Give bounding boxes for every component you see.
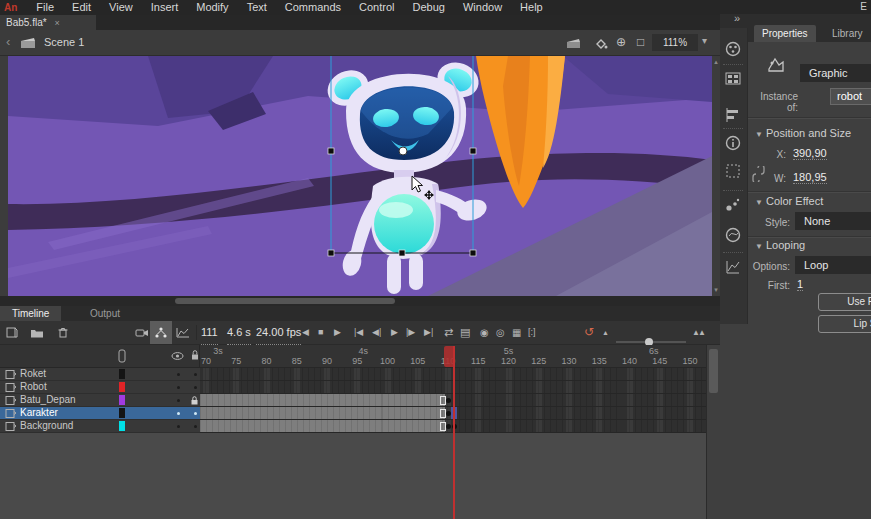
document-tab[interactable]: Bab5.fla* × [0, 15, 96, 30]
onion-skin-outline-icon[interactable]: ◎ [496, 321, 505, 344]
w-value[interactable]: 180,95 [793, 171, 827, 184]
tab-output[interactable]: Output [78, 306, 132, 321]
menu-edit[interactable]: Edit [63, 0, 100, 15]
transform-panel-icon[interactable] [724, 162, 742, 182]
handle-left[interactable] [328, 148, 334, 154]
layer-lock-icon[interactable] [190, 395, 199, 406]
goto-last-frame-icon[interactable]: ▶| [424, 321, 433, 344]
first-frame-value[interactable]: 1 [797, 278, 803, 291]
menu-view[interactable]: View [100, 0, 142, 15]
onion-skin-icon[interactable]: ◉ [480, 321, 489, 344]
timeline-vertical-scrollbar[interactable] [706, 345, 720, 519]
looping-header[interactable]: Looping [766, 239, 805, 251]
scrollbar-thumb[interactable] [709, 349, 718, 393]
lock-all-icon[interactable] [190, 349, 200, 361]
menu-modify[interactable]: Modify [187, 0, 237, 15]
particles-panel-icon[interactable] [724, 196, 742, 216]
collapse-section-icon[interactable]: ▼ [755, 130, 763, 139]
handle-bottom-left[interactable] [328, 250, 334, 256]
loop-options-dropdown[interactable]: Loop [795, 256, 871, 274]
new-folder-button[interactable] [30, 321, 44, 344]
menu-commands[interactable]: Commands [276, 0, 350, 15]
scroll-down-icon[interactable]: ▾ [712, 286, 720, 294]
frame-span[interactable] [200, 420, 445, 432]
layer-visibility-toggle[interactable] [177, 425, 180, 428]
tab-library[interactable]: Library [824, 25, 871, 42]
collapse-section-icon[interactable]: ▼ [755, 242, 763, 251]
step-forward-icon[interactable]: ▶ [334, 321, 341, 344]
tab-timeline[interactable]: Timeline [0, 306, 61, 321]
swatches-panel-icon[interactable] [724, 40, 742, 60]
layer-row-karakter[interactable]: Karakter [0, 407, 200, 420]
show-hide-all-eye-icon[interactable] [171, 351, 184, 361]
stage-canvas[interactable] [8, 56, 712, 296]
layer-row-robot[interactable]: Robot [0, 381, 200, 394]
zoom-in-timeline-icon[interactable]: ▲▲ [692, 321, 704, 344]
handle-bottom-center[interactable] [399, 250, 405, 256]
layer-row-batu_depan[interactable]: Batu_Depan [0, 394, 200, 407]
position-size-header[interactable]: Position and Size [766, 127, 851, 139]
layer-color-swatch[interactable] [119, 408, 125, 418]
add-camera-button[interactable] [135, 321, 150, 344]
show-parenting-view-button[interactable] [150, 321, 172, 344]
frame-span[interactable] [200, 394, 445, 406]
layer-color-swatch[interactable] [119, 369, 125, 379]
show-graph-view-button[interactable] [176, 321, 190, 344]
zoom-out-timeline-icon[interactable]: ▲ [602, 321, 609, 344]
info-panel-icon[interactable] [724, 134, 742, 154]
keyframe-dot[interactable] [446, 424, 451, 429]
menu-control[interactable]: Control [350, 0, 403, 15]
zoom-dropdown-caret[interactable]: ▾ [702, 35, 707, 46]
play-icon[interactable]: ▶ [391, 321, 398, 344]
center-playhead-icon[interactable]: ⇄ [444, 321, 453, 344]
layer-visibility-toggle[interactable] [177, 412, 180, 415]
workspace-switcher[interactable]: E [860, 1, 867, 12]
keyframe-dot[interactable] [446, 398, 451, 403]
menu-insert[interactable]: Insert [142, 0, 188, 15]
delete-layer-button[interactable] [57, 321, 69, 344]
instance-name-field[interactable]: robot [830, 88, 871, 105]
x-value[interactable]: 390,90 [793, 147, 827, 160]
step-back-icon[interactable]: ◀ [302, 321, 309, 344]
edit-scene-icon[interactable] [567, 38, 582, 50]
align-panel-icon[interactable] [724, 106, 742, 126]
collapse-section-icon[interactable]: ▼ [755, 198, 763, 207]
layer-color-swatch[interactable] [119, 395, 125, 405]
chart-panel-icon[interactable] [724, 258, 742, 278]
scrollbar-thumb[interactable] [175, 298, 395, 304]
goto-first-frame-icon[interactable]: |◀ [354, 321, 363, 344]
menu-window[interactable]: Window [454, 0, 511, 15]
center-stage-icon[interactable]: ⊕ [616, 35, 626, 49]
new-layer-button[interactable] [5, 321, 18, 344]
previous-frame-icon[interactable]: ◀| [372, 321, 381, 344]
layer-row-background[interactable]: Background [0, 420, 200, 433]
frame-rate-value[interactable]: 24.00 fps [256, 321, 301, 345]
keyframe-dot[interactable] [446, 411, 451, 416]
creative-cloud-icon[interactable] [724, 226, 742, 246]
transform-point[interactable] [399, 147, 407, 155]
menu-help[interactable]: Help [511, 0, 552, 15]
menu-text[interactable]: Text [238, 0, 276, 15]
stage-horizontal-scrollbar[interactable] [0, 296, 720, 306]
stop-icon[interactable]: ■ [318, 321, 323, 344]
stage-vertical-scrollbar[interactable]: ▴ ▾ [712, 56, 720, 296]
elapsed-time-value[interactable]: 4.6 s [227, 321, 251, 345]
symbol-type-dropdown[interactable]: Graphic [800, 64, 871, 82]
back-arrow-icon[interactable]: ‹ [6, 34, 10, 49]
menu-debug[interactable]: Debug [404, 0, 454, 15]
menu-file[interactable]: File [27, 0, 63, 15]
reset-timeline-zoom-icon[interactable]: ↺ [584, 321, 594, 344]
layer-color-swatch[interactable] [119, 421, 125, 431]
edit-multiple-frames-icon[interactable]: ▦ [512, 321, 521, 344]
layer-lock-toggle[interactable] [194, 412, 197, 415]
layer-lock-toggle[interactable] [194, 373, 197, 376]
lip-syncing-button[interactable]: Lip S [818, 315, 871, 333]
use-frame-picker-button[interactable]: Use Fra [818, 293, 871, 311]
color-effect-header[interactable]: Color Effect [766, 195, 823, 207]
export-frame-icon[interactable]: ▤ [460, 321, 470, 344]
next-frame-icon[interactable]: |▶ [406, 321, 415, 344]
layer-visibility-toggle[interactable] [177, 373, 180, 376]
handle-bottom-right[interactable] [470, 250, 476, 256]
scene-name[interactable]: Scene 1 [44, 36, 84, 48]
layer-visibility-toggle[interactable] [177, 399, 180, 402]
